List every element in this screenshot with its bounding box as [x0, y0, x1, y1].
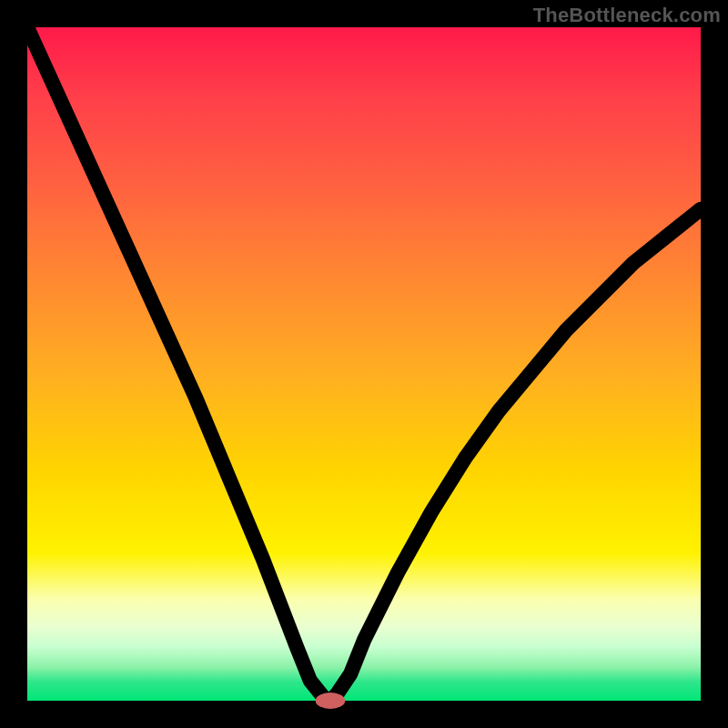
minimum-marker [316, 693, 346, 709]
watermark-label: TheBottleneck.com [533, 4, 721, 27]
chart-frame: TheBottleneck.com [0, 0, 728, 728]
bottleneck-curve [27, 27, 701, 701]
plot-area [27, 27, 701, 701]
chart-svg [27, 27, 701, 701]
